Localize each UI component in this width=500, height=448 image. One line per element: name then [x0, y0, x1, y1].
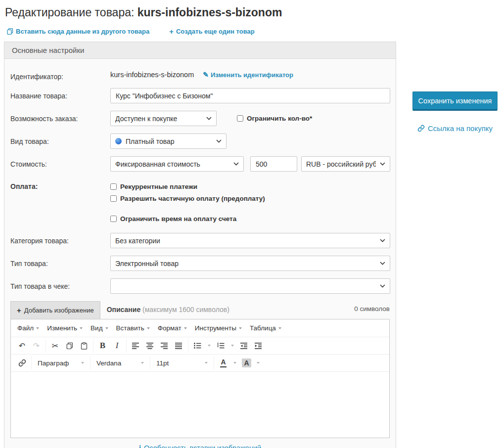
- recurrent-payments-label: Рекуррентные платежи: [120, 183, 197, 190]
- category-label: Категория товара:: [10, 233, 110, 248]
- editor-toolbar-1: ↶ ↷ ✂ B I: [11, 337, 389, 355]
- outdent-icon[interactable]: [237, 339, 251, 353]
- product-kind-label: Вид товара:: [10, 134, 110, 149]
- create-another-label: Создать еще один товар: [176, 28, 255, 35]
- receipt-type-select[interactable]: [110, 278, 390, 294]
- paragraph-format-select[interactable]: Параграф: [34, 356, 88, 370]
- save-changes-button[interactable]: Сохранить изменения: [412, 91, 498, 111]
- caret-down-icon: [81, 362, 84, 364]
- product-kind-select[interactable]: Платный товар: [110, 134, 227, 149]
- identifier-label: Идентификатор:: [10, 69, 110, 81]
- price-type-value: Фиксированная стоимость: [115, 160, 229, 168]
- align-right-icon[interactable]: [158, 339, 171, 353]
- product-type-row: Тип товара: Электронный товар: [10, 256, 390, 271]
- copy-icon[interactable]: [63, 339, 76, 353]
- plus-icon: +: [169, 28, 174, 35]
- indent-icon[interactable]: [252, 339, 265, 353]
- paragraph-format-value: Параграф: [38, 359, 69, 367]
- limit-quantity-checkbox[interactable]: [237, 115, 243, 122]
- menu-table[interactable]: Таблица: [246, 322, 285, 334]
- editor-toolbar-2: Параграф Verdana 11pt: [11, 355, 389, 372]
- purchase-link[interactable]: Ссылка на покупку: [417, 124, 493, 133]
- paste-icon[interactable]: [77, 339, 91, 353]
- italic-icon[interactable]: I: [110, 339, 124, 353]
- description-label-title: Описание: [107, 306, 141, 314]
- partial-payment-checkbox-row: Разрешить частичную оплату (предоплату): [110, 195, 265, 202]
- bold-icon[interactable]: B: [96, 339, 109, 353]
- menu-format[interactable]: Формат: [154, 322, 191, 334]
- panel-header: Основные настройки: [4, 42, 396, 59]
- image-insert-note-label: Особенность вставки изображений: [144, 444, 261, 448]
- partial-payment-label: Разрешить частичную оплату (предоплату): [120, 195, 265, 202]
- product-kind-row: Вид товара: Платный товар: [10, 134, 390, 149]
- price-label: Стоимость:: [10, 156, 110, 172]
- pencil-icon: ✎: [203, 71, 209, 79]
- font-family-value: Verdana: [96, 359, 121, 367]
- link-icon[interactable]: [15, 356, 29, 370]
- limit-payment-time-checkbox[interactable]: [110, 216, 117, 222]
- order-availability-select[interactable]: Доступен к покупке: [110, 111, 217, 126]
- description-header: + Добавить изображение Описание (максиму…: [10, 301, 390, 319]
- price-row: Стоимость: Фиксированная стоимость RUB -…: [10, 156, 390, 172]
- image-note-row: i Особенность вставки изображений: [10, 438, 390, 448]
- add-image-button[interactable]: + Добавить изображение: [10, 301, 100, 319]
- menu-view[interactable]: Вид: [87, 322, 112, 334]
- recurrent-payments-checkbox[interactable]: [110, 183, 117, 190]
- description-label: Описание (максимум 1600 символов): [107, 306, 229, 319]
- menu-edit[interactable]: Изменить: [43, 322, 87, 334]
- align-justify-icon[interactable]: [172, 339, 185, 353]
- recurrent-payments-checkbox-row: Рекуррентные платежи: [110, 183, 265, 190]
- price-type-select[interactable]: Фиксированная стоимость: [110, 156, 244, 172]
- partial-payment-checkbox[interactable]: [110, 195, 117, 202]
- font-size-select[interactable]: 11pt: [153, 356, 211, 370]
- redo-icon[interactable]: ↷: [30, 339, 43, 353]
- blue-circle-icon: [115, 138, 122, 144]
- caret-down-icon[interactable]: [205, 339, 213, 353]
- right-sidebar: Сохранить изменения Ссылка на покупку: [410, 42, 500, 448]
- chevron-down-icon: [233, 162, 239, 166]
- chevron-down-icon: [216, 139, 222, 143]
- product-name-input[interactable]: [110, 88, 390, 103]
- change-identifier-link[interactable]: ✎ Изменить идентификатор: [203, 71, 293, 79]
- background-color-icon[interactable]: A: [240, 356, 253, 370]
- purchase-link-label: Ссылка на покупку: [428, 124, 493, 133]
- undo-icon[interactable]: ↶: [15, 339, 29, 353]
- caret-down-icon: [184, 327, 187, 329]
- product-type-select[interactable]: Электронный товар: [110, 256, 390, 271]
- align-left-icon[interactable]: [129, 339, 142, 353]
- caret-down-icon[interactable]: [228, 339, 236, 353]
- order-availability-label: Возможность заказа:: [10, 111, 110, 126]
- menu-insert[interactable]: Вставить: [112, 322, 154, 334]
- limit-quantity-checkbox-row: Ограничить кол-во*: [237, 115, 312, 122]
- font-family-select[interactable]: Verdana: [93, 356, 147, 370]
- receipt-type-row: Тип товара в чеке:: [10, 278, 390, 294]
- menu-file[interactable]: Файл: [13, 322, 43, 334]
- numbered-list-icon[interactable]: [214, 339, 227, 353]
- bullet-list-icon[interactable]: [191, 339, 204, 353]
- text-color-icon[interactable]: A: [217, 356, 230, 370]
- caret-down-icon[interactable]: [231, 356, 239, 370]
- currency-select[interactable]: RUB - российский рубл: [301, 156, 390, 172]
- product-type-label: Тип товара:: [10, 256, 110, 271]
- create-another-product-link[interactable]: + Создать еще один товар: [169, 28, 254, 35]
- align-center-icon[interactable]: [143, 339, 157, 353]
- chevron-down-icon: [380, 284, 385, 288]
- page-title-prefix: Редактирование товара:: [5, 6, 137, 19]
- category-value: Без категории: [115, 237, 376, 245]
- caret-down-icon: [36, 327, 39, 329]
- menu-tools[interactable]: Инструменты: [191, 322, 246, 334]
- editor-content-area[interactable]: [11, 372, 389, 438]
- category-select[interactable]: Без категории: [110, 233, 390, 248]
- char-count: 0 символов: [354, 305, 390, 319]
- caret-down-icon: [239, 327, 242, 329]
- cut-icon[interactable]: ✂: [48, 339, 62, 353]
- identifier-row: Идентификатор: kurs-infobiznes-s-bizonom…: [10, 69, 390, 81]
- paste-from-other-product-link[interactable]: Вставить сюда данные из другого товара: [7, 28, 149, 35]
- panel-body: Идентификатор: kurs-infobiznes-s-bizonom…: [4, 59, 396, 448]
- price-amount-input[interactable]: [250, 156, 297, 172]
- paste-from-other-label: Вставить сюда данные из другого товара: [16, 28, 149, 35]
- image-insert-note-link[interactable]: i Особенность вставки изображений: [139, 444, 261, 448]
- description-editor: Файл Изменить Вид Вставить Формат Инстру…: [10, 319, 390, 438]
- add-image-label: Добавить изображение: [24, 307, 94, 314]
- caret-down-icon[interactable]: [254, 356, 262, 370]
